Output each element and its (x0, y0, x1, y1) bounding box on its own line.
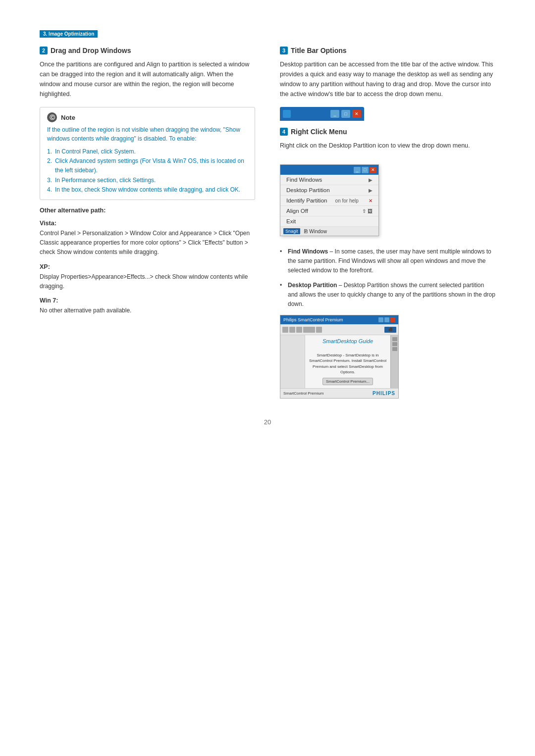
app-guide-text: SmartDesktop - SmartDesktop is in SmartC… (308, 353, 387, 375)
two-column-layout: 2 Drag and Drop Windows Once the partiti… (40, 47, 495, 399)
rcm-heading: 4 Right Click Menu (280, 128, 495, 136)
app-sidebar (280, 335, 305, 388)
rcm-item-find-windows[interactable]: Find Windows ▶ (280, 175, 378, 185)
xp-text: Display Properties>Appearance>Effects...… (40, 272, 255, 291)
rcm-body: Right click on the Desktop Partition ico… (280, 141, 495, 151)
section-tag: 3. Image Optimization (40, 30, 98, 38)
rsb-btn3 (392, 347, 397, 351)
rsb-btn2 (392, 342, 397, 346)
app-close-btn[interactable] (390, 317, 395, 322)
app-tb-btn4 (303, 327, 315, 333)
rcm-item-exit-label: Exit (286, 218, 296, 224)
app-right-sidebar (390, 335, 398, 388)
tb-maximize-btn: □ (341, 110, 350, 118)
app-tb-btn5 (316, 327, 322, 333)
titlebar-body: Desktop partition can be accessed from t… (280, 59, 495, 99)
rcm-maximize-btn: □ (362, 167, 369, 173)
app-max-btn[interactable] (384, 317, 389, 322)
titlebar-mock: _ □ ✕ (280, 107, 364, 121)
note-step-4: In the box, check Show window contents w… (47, 185, 248, 195)
rcm-footer-label: 🖹 Window (303, 229, 327, 234)
rcm-item-identify[interactable]: Identify Partition on for help ✕ (280, 196, 378, 206)
bullet-desktop-partition-term: Desktop Partition (288, 282, 337, 289)
rsb-btn1 (392, 337, 397, 341)
app-guide-text-content: SmartDesktop - SmartDesktop is in SmartC… (309, 353, 386, 374)
right-click-menu-mock: _ □ ✕ Find Windows ▶ Desktop Partition ▶… (280, 164, 379, 236)
rcm-arrow-find: ▶ (369, 177, 373, 183)
rcm-area: _ □ ✕ Find Windows ▶ Desktop Partition ▶… (280, 158, 495, 242)
rcm-item-align[interactable]: Align Off ⇧ 🖼 (280, 206, 378, 216)
titlebar-number: 3 (280, 47, 288, 54)
app-screenshot: Philips SmartControl Premium ⬛ (280, 315, 399, 399)
left-column: 2 Drag and Drop Windows Once the partiti… (40, 47, 255, 399)
app-smartcontrol-btn-wrap: SmartControl Premium... (322, 378, 373, 385)
note-box: Ⓒ Note If the outline of the region is n… (40, 107, 255, 200)
app-content: SmartDesktop Guide SmartDesktop - SmartD… (305, 335, 390, 388)
drag-drop-heading: 2 Drag and Drop Windows (40, 47, 255, 54)
rcm-close-x: ✕ (369, 198, 373, 203)
alt-path-title: Other alternative path: (40, 207, 255, 214)
drag-drop-body: Once the partitions are configured and A… (40, 59, 255, 99)
tb-close-btn: ✕ (352, 110, 361, 118)
app-min-btn[interactable] (378, 317, 383, 322)
win7-text: No other alternative path available. (40, 306, 255, 315)
drag-drop-title: Drag and Drop Windows (51, 47, 131, 54)
app-tb-btn2 (289, 327, 295, 333)
win7-title: Win 7: (40, 297, 255, 304)
tb-partition-icon (283, 110, 291, 118)
app-toolbar: ⬛ (280, 324, 398, 335)
rcm-align-icons: ⇧ 🖼 (362, 208, 373, 214)
app-body: SmartDesktop Guide SmartDesktop - SmartD… (280, 335, 398, 388)
smartcontrol-button[interactable]: SmartControl Premium... (322, 378, 373, 385)
bullet-list: Find Windows – In some cases, the user m… (280, 247, 495, 309)
vista-title: Vista: (40, 220, 255, 227)
bullet-desktop-partition: Desktop Partition – Desktop Partition sh… (280, 281, 495, 309)
app-guide-title: SmartDesktop Guide (322, 338, 373, 344)
rcm-footer: Snagit 🖹 Window (280, 227, 378, 236)
rcm-item-align-label: Align Off (286, 208, 308, 214)
rcm-item-desktop-partition-label: Desktop Partition (286, 187, 330, 193)
app-titlebar: Philips SmartControl Premium (280, 315, 398, 324)
rcm-help-text: on for help (335, 198, 359, 203)
rcm-number: 4 (280, 128, 288, 136)
right-column: 3 Title Bar Options Desktop partition ca… (280, 47, 495, 399)
bullet-find-windows-term: Find Windows (288, 248, 328, 255)
note-step-3: In Performance section, click Settings. (47, 176, 248, 185)
titlebar-title: Title Bar Options (291, 47, 347, 54)
rcm-snagit-icon: Snagit (283, 228, 300, 234)
rcm-item-find-windows-label: Find Windows (286, 177, 322, 183)
app-tb-btn3 (296, 327, 302, 333)
rcm-item-exit[interactable]: Exit (280, 216, 378, 227)
vista-text: Control Panel > Personalization > Window… (40, 229, 255, 257)
page-container: 3. Image Optimization 2 Drag and Drop Wi… (0, 0, 535, 465)
tb-minimize-btn: _ (330, 110, 339, 118)
note-icon: Ⓒ (47, 112, 57, 122)
rcm-close-btn: ✕ (370, 167, 376, 173)
rcm-title: Right Click Menu (291, 128, 347, 136)
titlebar-heading: 3 Title Bar Options (280, 47, 495, 54)
note-step-2: Click Advanced system settings (For Vist… (47, 156, 248, 175)
philips-logo: PHILIPS (373, 391, 395, 396)
app-title-text: Philips SmartControl Premium (283, 317, 343, 322)
rcm-item-identify-label: Identify Partition (286, 198, 327, 203)
app-footer: SmartControl Premium PHILIPS (280, 388, 398, 398)
note-steps-list: In Control Panel, click System. Click Ad… (47, 147, 248, 195)
note-title: Note (61, 114, 75, 121)
app-partition-icon: ⬛ (384, 327, 396, 333)
note-intro: If the outline of the region is not visi… (47, 125, 248, 143)
rcm-minimize-btn: _ (354, 167, 361, 173)
note-step-1: In Control Panel, click System. (47, 147, 248, 156)
smartcontrol-label: SmartControl Premium (283, 391, 323, 396)
page-number: 20 (40, 418, 495, 426)
app-tb-btn1 (282, 327, 288, 333)
note-header: Ⓒ Note (47, 112, 248, 122)
titlebar-image: _ □ ✕ (280, 107, 495, 121)
bullet-find-windows: Find Windows – In some cases, the user m… (280, 247, 495, 276)
rcm-titlebar: _ □ ✕ (280, 165, 378, 175)
rcm-arrow-desktop: ▶ (369, 188, 373, 193)
xp-title: XP: (40, 263, 255, 270)
drag-drop-number: 2 (40, 47, 48, 54)
rcm-item-desktop-partition[interactable]: Desktop Partition ▶ (280, 185, 378, 196)
